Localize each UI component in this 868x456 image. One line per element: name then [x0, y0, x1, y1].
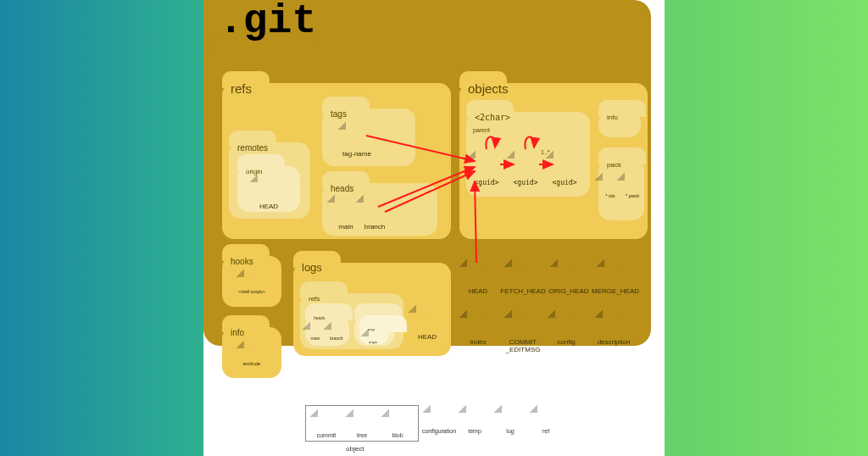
label-heads: heads — [331, 184, 353, 193]
file-guid-tree: <guid> — [509, 151, 542, 187]
legend-commit: commit — [311, 409, 342, 439]
legend-tree: tree — [347, 409, 377, 439]
file-commit-editmsg: COMMIT _EDITMSG — [500, 310, 546, 354]
legend-configuration: configuration — [424, 405, 454, 435]
file-fetch-head: FETCH_HEAD — [500, 259, 546, 296]
file-logs-branch: branch — [326, 322, 348, 342]
file-logs-main: main — [305, 322, 326, 342]
file-index: index — [459, 310, 497, 347]
file-config: config — [548, 310, 585, 347]
file-remotes-head: HEAD — [249, 175, 288, 211]
file-merge-head: MERGE_HEAD — [592, 259, 639, 296]
file-orig-head: ORIG_HEAD — [548, 259, 590, 296]
file-logs-head: HEAD — [410, 305, 444, 342]
label-obj-info: info — [607, 114, 618, 121]
legend: commit tree blob configuration temp log … — [305, 405, 561, 442]
title-git: .git — [219, 0, 316, 44]
label-objects: objects — [468, 81, 509, 96]
legend-blob: blob — [382, 409, 413, 439]
file-logs-origin: origin — [363, 329, 383, 344]
label-refs: refs — [231, 81, 252, 96]
label-hooks: hooks — [231, 257, 253, 266]
legend-object-box: commit tree blob — [305, 405, 419, 442]
label-logs: logs — [302, 261, 322, 274]
diagram-stage: .git refs objects remotes origin HEAD ta… — [203, 0, 665, 456]
file-guid-commit: <guid> — [470, 151, 504, 187]
legend-caption-object: object — [346, 445, 364, 453]
label-parent: parent — [473, 127, 490, 133]
label-pack: pack — [607, 161, 621, 169]
legend-ref: ref — [531, 405, 561, 435]
label-tags: tags — [331, 109, 347, 119]
label-remotes: remotes — [237, 143, 268, 153]
file-tag-name: tag-name — [337, 122, 376, 158]
label-logs-refs: refs — [309, 295, 320, 303]
file-root-head: HEAD — [459, 259, 497, 296]
file-guid-blob: <guid> — [548, 151, 581, 187]
file-heads-branch: branch — [358, 195, 392, 231]
label-2char: <2char> — [475, 113, 510, 122]
file-shell-scripts: <shell scripts> — [232, 270, 271, 295]
legend-log: log — [495, 405, 526, 435]
folder-obj-info: info — [598, 112, 641, 137]
label-info-root: info — [231, 328, 244, 337]
label-cardinality: 1..* — [541, 149, 550, 155]
file-description: description — [592, 310, 636, 347]
file-exclude: exclude — [232, 341, 271, 367]
label-logs-heads: heads — [314, 315, 326, 320]
legend-temp: temp — [459, 405, 490, 435]
file-pack-pack: *.pack — [620, 173, 644, 199]
